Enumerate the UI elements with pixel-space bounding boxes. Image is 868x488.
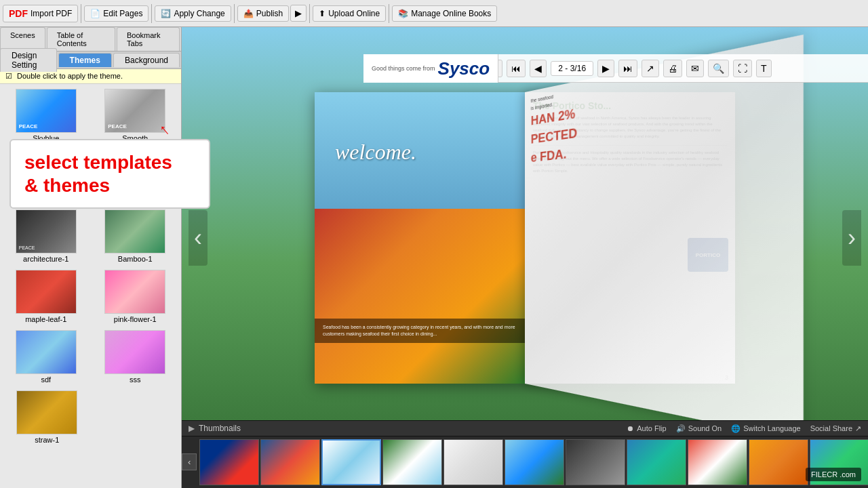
tab-scenes[interactable]: Scenes [0,27,45,51]
book-page-left: welcome. Seafood has been a consistently… [315,92,525,384]
separator-4 [309,4,310,23]
thumb-scroll-area: ‹ [182,436,868,487]
manage-icon: 📚 [398,9,408,18]
first-page-button[interactable]: ⏮ [507,60,526,77]
themes-row-5: sdf sss [3,328,178,386]
thumb-img-3 [323,441,380,484]
auto-flip-control[interactable]: ⏺ Auto Flip [627,424,666,432]
separator-5 [389,4,389,23]
thumb-img-9 [688,440,747,485]
thumb-prev-button[interactable]: ‹ [182,453,197,470]
thumb-img-1 [200,440,258,485]
upload-online-button[interactable]: ⬆ Upload Online [313,5,386,22]
social-share-control[interactable]: Social Share ↗ [810,424,861,433]
sound-on-control[interactable]: 🔊 Sound On [676,424,722,433]
theme-thumb-straw [16,390,77,434]
theme-maple[interactable]: maple-leaf-1 [3,268,90,325]
import-pdf-button[interactable]: PDF Import PDF [3,5,78,22]
theme-pink-flower[interactable]: pink-flower-1 [92,268,179,325]
fullscreen-button[interactable]: ⛶ [733,60,752,77]
sound-icon: 🔊 [676,424,686,433]
callout-box: select templates& themes ↑ [9,139,210,209]
theme-thumb-maple [16,270,77,314]
switch-language-control[interactable]: 🌐 Switch Language [731,424,800,433]
thumb-img-2 [261,440,319,485]
thumbnail-1[interactable] [199,439,259,485]
book-next-button[interactable]: › [842,210,861,266]
search-button[interactable]: 🔍 [708,60,729,77]
thumbnail-3[interactable] [321,439,381,485]
filecr-badge: FILECR .com [806,468,861,481]
thumb-controls: ⏺ Auto Flip 🔊 Sound On 🌐 Switch Language… [627,424,861,433]
edit-pages-button[interactable]: 📄 Edit Pages [84,5,149,22]
email-button[interactable]: ✉ [686,60,704,77]
language-icon: 🌐 [731,424,741,433]
thumbnail-2[interactable] [260,439,320,485]
thumbnail-6[interactable] [505,439,564,485]
sub-tab-background[interactable]: Background [113,53,180,67]
thumbnail-5[interactable] [443,439,503,485]
welcome-text: welcome. [335,140,416,165]
sub-tab-themes[interactable]: Themes [58,53,112,67]
viewer-controls: Good things come from Sysco 🔍 ↩ ⏮ ◀ 2 - … [363,54,868,83]
left-panel: Scenes Table of Contents Bookmark Tabs D… [0,27,182,488]
thumb-img-7 [566,440,625,485]
separator-3 [234,4,235,23]
separator-2 [151,4,152,23]
hint-bar: ☑ Double click to apply the theme. [0,69,181,84]
thumbnail-8[interactable] [627,439,686,485]
themes-row-1: PEACE Skyblue PEACE Smooth [3,87,178,144]
flip-content: the seafoodis imported. HAN 2%PECTEDe FD… [525,35,804,420]
edit-icon: 📄 [90,9,100,18]
themes-row-3: PEACE architecture-1 Bamboo-1 [3,207,178,265]
seafood-description: Seafood has been a consistently growing … [315,319,525,343]
publish-arrow-button[interactable]: ▶ [290,5,307,22]
thumbnail-9[interactable] [688,439,747,485]
upload-icon: ⬆ [319,9,326,18]
share-button[interactable]: ↗ [642,60,659,77]
theme-straw[interactable]: straw-1 [3,388,92,446]
share-icon: ↗ [855,424,861,433]
apply-change-button[interactable]: 🔄 Apply Change [155,5,231,22]
thumb-img-5 [444,440,502,485]
publish-button[interactable]: 📤 Publish [237,5,289,22]
thumbnail-bar: ▶ Thumbnails ⏺ Auto Flip 🔊 Sound On 🌐 Sw… [182,420,868,488]
sub-tabs: Design Setting Themes Background [0,52,181,69]
page-indicator: 2 - 3/16 [551,61,593,76]
thumb-title-area: ▶ Thumbnails [189,424,241,433]
print-button[interactable]: 🖨 [663,60,682,77]
thumbnails-label: Thumbnails [199,424,241,433]
main-toolbar: PDF Import PDF 📄 Edit Pages 🔄 Apply Chan… [0,0,868,27]
theme-sss[interactable]: sss [92,328,179,386]
sub-tab-design[interactable]: Design Setting [0,48,57,72]
publish-icon: 📤 [243,9,254,18]
thumb-img-6 [505,440,564,485]
thumb-img-4 [383,440,441,485]
tab-toc[interactable]: Table of Contents [47,27,115,51]
text-button[interactable]: T [756,60,772,77]
book-spread: ‹ welcome. Seafood has been a consistent… [189,56,861,420]
main-viewer: Good things come from Sysco 🔍 ↩ ⏮ ◀ 2 - … [182,27,868,420]
theme-thumb-sdf [16,330,77,374]
thumbnail-7[interactable] [566,439,625,485]
next-page-button[interactable]: ▶ [597,60,614,77]
thumbnail-10[interactable] [749,439,808,485]
thumb-img-8 [627,440,686,485]
book-pages: welcome. Seafood has been a consistently… [315,92,735,384]
last-page-button[interactable]: ⏭ [618,60,637,77]
manage-online-button[interactable]: 📚 Manage Online Books [392,5,497,22]
thumbnail-list [197,436,868,487]
pdf-icon: PDF [9,8,28,19]
theme-bamboo[interactable]: Bamboo-1 [92,207,179,265]
theme-architecture[interactable]: PEACE architecture-1 [3,207,90,265]
prev-page-button[interactable]: ◀ [530,60,547,77]
tab-bookmark[interactable]: Bookmark Tabs [117,27,180,51]
themes-row-6: straw-1 [3,388,178,446]
theme-thumb-skyblue: PEACE [16,89,77,133]
thumbnail-4[interactable] [382,439,442,485]
book-prev-button[interactable]: ‹ [189,210,208,266]
sysco-logo-area: Good things come from Sysco [363,54,498,83]
theme-sdf[interactable]: sdf [3,328,90,386]
theme-thumb-sss [104,330,165,374]
theme-skyblue[interactable]: PEACE Skyblue [3,87,90,144]
